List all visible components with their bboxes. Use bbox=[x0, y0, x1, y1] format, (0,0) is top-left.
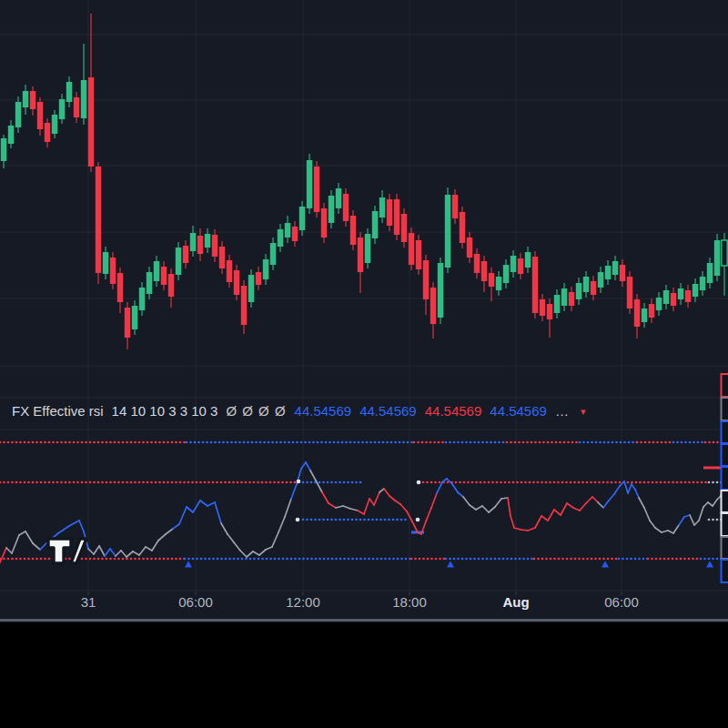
tradingview-logo[interactable] bbox=[46, 531, 89, 573]
time-label: 18:00 bbox=[392, 594, 427, 610]
candlestick-layer bbox=[1, 14, 727, 349]
time-label: 06:00 bbox=[604, 594, 639, 610]
indicator-legend[interactable]: FX Effective rsi 14 10 10 3 3 10 3 Ø Ø Ø… bbox=[12, 403, 585, 420]
grid-layer bbox=[0, 0, 728, 591]
screen: FX Effective rsi 14 10 10 3 3 10 3 Ø Ø Ø… bbox=[0, 0, 728, 728]
indicator-value-1: 44.54569 bbox=[295, 403, 352, 420]
time-label: 31 bbox=[81, 594, 96, 610]
indicator-params: 14 10 10 3 3 10 3 bbox=[112, 403, 218, 420]
indicator-value-3: 44.54569 bbox=[425, 403, 482, 420]
indicator-dotted-levels bbox=[0, 441, 726, 561]
time-label: 12:00 bbox=[286, 594, 320, 610]
tradingview-logo-icon bbox=[46, 531, 89, 570]
time-axis[interactable]: 3106:0012:0018:00Aug06:00 bbox=[0, 591, 728, 622]
chart-canvas[interactable] bbox=[0, 0, 728, 622]
pane-dividers bbox=[0, 398, 728, 621]
indicator-value-4: 44.54569 bbox=[490, 403, 547, 420]
indicator-markers bbox=[185, 480, 713, 568]
legend-more-button[interactable]: … bbox=[555, 403, 571, 420]
legend-caret-icon[interactable]: ▾ bbox=[581, 403, 586, 420]
time-label: Aug bbox=[502, 594, 529, 610]
time-label: 06:00 bbox=[178, 594, 213, 610]
indicator-title: FX Effective rsi bbox=[12, 403, 104, 420]
indicator-flags: Ø Ø Ø Ø bbox=[226, 403, 286, 420]
chart-pane[interactable]: FX Effective rsi 14 10 10 3 3 10 3 Ø Ø Ø… bbox=[0, 0, 728, 622]
price-scale-labels[interactable] bbox=[722, 374, 728, 582]
rsi-line bbox=[0, 462, 728, 562]
indicator-value-2: 44.54569 bbox=[359, 403, 417, 420]
